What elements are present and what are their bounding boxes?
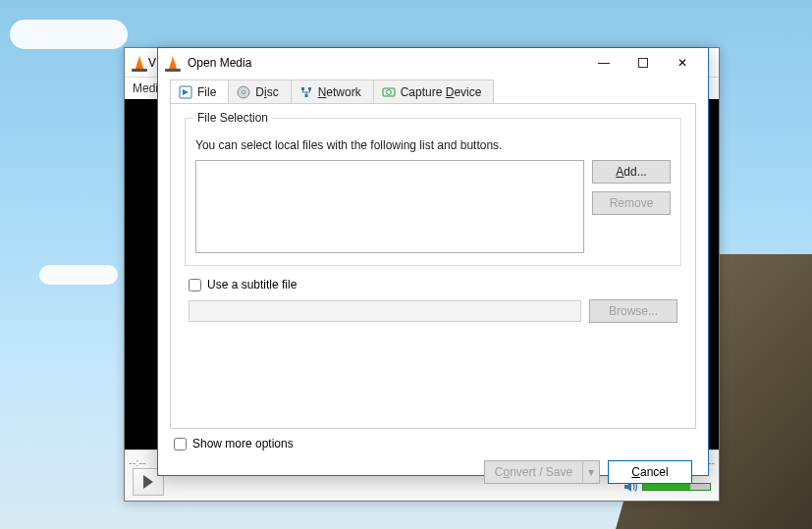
close-button[interactable]: ✕ [663,49,702,77]
show-more-row: Show more options [174,437,692,450]
vlc-title-partial: V [148,56,156,70]
tab-network-label: Network [318,85,361,99]
remove-button[interactable]: Remove [592,191,671,215]
file-selection-fieldset: File Selection You can select local file… [185,118,681,266]
svg-rect-6 [304,94,307,97]
subtitle-checkbox-row: Use a subtitle file [189,278,677,291]
minimize-icon: — [598,56,610,70]
subtitle-path-row: Browse... [189,299,677,323]
tab-disc-label: Disc [255,85,278,99]
svg-rect-4 [301,87,304,90]
help-text: You can select local files with the foll… [195,138,671,152]
convert-save-splitbutton[interactable]: Convert / Save ▾ [484,460,600,484]
dialog-titlebar[interactable]: Open Media — ✕ [158,48,708,78]
time-elapsed: --:-- [129,456,146,468]
use-subtitle-label: Use a subtitle file [207,278,297,291]
convert-save-dropdown[interactable]: ▾ [582,460,600,484]
vlc-cone-icon [131,54,148,72]
browse-button: Browse... [589,299,677,323]
tab-file-label: File [197,85,216,99]
convert-save-button[interactable]: Convert / Save [484,460,582,484]
tab-capture-label: Capture Device [401,85,482,99]
tab-disc[interactable]: Disc [228,79,291,104]
tab-network[interactable]: Network [291,79,374,104]
tab-panel-file: File Selection You can select local file… [170,103,696,429]
svg-rect-0 [639,59,648,68]
cloud [39,265,118,285]
cancel-button[interactable]: Cancel [608,460,692,484]
capture-icon [382,85,396,99]
svg-point-8 [386,90,391,95]
svg-point-3 [243,91,245,94]
cloud [10,20,128,49]
file-icon [179,85,192,99]
open-media-dialog: Open Media — ✕ File Disc Network Capture… [157,47,709,476]
fieldset-legend: File Selection [193,111,272,125]
show-more-options-checkbox[interactable] [174,438,187,450]
tabstrip: File Disc Network Capture Device [170,78,696,104]
use-subtitle-checkbox[interactable] [189,279,201,291]
maximize-icon [638,58,648,68]
svg-rect-5 [308,87,311,90]
vlc-cone-icon [164,54,182,72]
subtitle-path-input [189,300,581,322]
menu-item-partial[interactable]: Medi [133,81,158,95]
tab-capture-device[interactable]: Capture Device [373,79,495,104]
tab-file[interactable]: File [170,79,229,104]
close-icon: ✕ [677,56,687,70]
network-icon [299,85,313,99]
dialog-button-row: Convert / Save ▾ Cancel [158,456,708,496]
file-list[interactable] [195,160,584,253]
maximize-button[interactable] [623,49,663,77]
add-button[interactable]: Add... [592,160,671,184]
minimize-button[interactable]: — [584,49,623,77]
show-more-label: Show more options [192,437,294,450]
dialog-title: Open Media [188,56,251,70]
play-icon [143,475,153,489]
disc-icon [237,85,250,99]
